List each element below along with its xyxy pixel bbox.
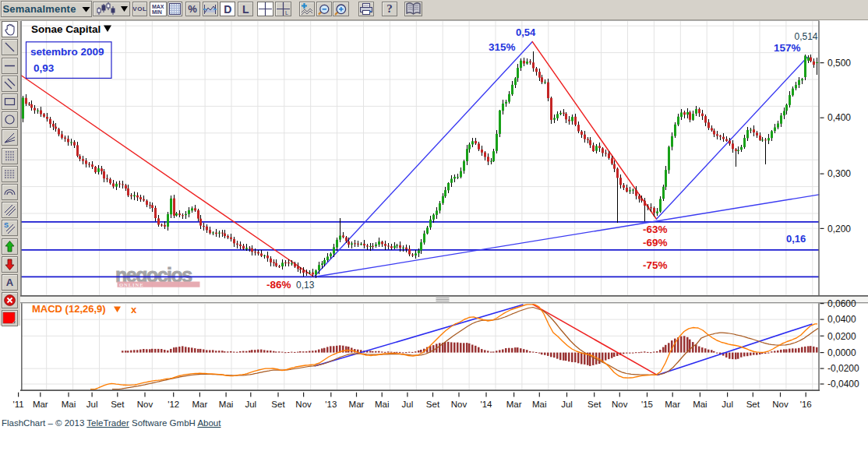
svg-text:0,500: 0,500 [827,58,851,69]
svg-text:Mai: Mai [219,400,234,409]
svg-text:Jul: Jul [402,400,414,409]
svg-text:setembro 2009: setembro 2009 [30,46,104,58]
svg-text:Nov: Nov [612,400,628,409]
svg-text:MACD (12,26,9): MACD (12,26,9) [32,303,106,315]
svg-text:'16: '16 [800,400,812,409]
svg-text:Mar: Mar [665,400,680,409]
svg-text:Mai: Mai [62,400,76,409]
svg-text:0,0200: 0,0200 [827,331,856,342]
svg-text:0,200: 0,200 [827,224,851,234]
svg-text:-63%: -63% [643,224,668,235]
svg-text:0,54: 0,54 [516,26,536,38]
svg-text:157%: 157% [774,42,801,54]
svg-text:Jul: Jul [722,400,733,409]
svg-text:S: S [4,221,9,229]
svg-text:Nov: Nov [137,400,153,409]
svg-text:Set: Set [587,400,602,409]
svg-text:Nov: Nov [451,400,468,409]
svg-text:-0,0200: -0,0200 [827,363,859,374]
svg-text:0,514: 0,514 [795,31,818,42]
svg-text:Set: Set [746,400,760,409]
svg-text:-69%: -69% [643,237,668,248]
svg-text:'12: '12 [168,400,179,409]
svg-text:Set: Set [111,400,125,409]
svg-text:ONLINE: ONLINE [119,282,144,287]
svg-text:Set: Set [271,400,285,409]
svg-text:Nov: Nov [295,400,312,409]
svg-text:Mai: Mai [532,400,547,409]
svg-text:'14: '14 [481,400,493,409]
svg-text:Mar: Mar [33,400,48,409]
svg-text:0,0000: 0,0000 [827,347,856,358]
svg-text:Set: Set [426,400,440,409]
svg-text:Sonae Capital: Sonae Capital [31,23,101,35]
svg-text:0,300: 0,300 [827,168,851,179]
svg-text:Mar: Mar [192,400,207,409]
svg-text:Mar: Mar [349,400,365,409]
svg-text:0,0400: 0,0400 [827,314,856,325]
svg-text:0,400: 0,400 [827,112,851,123]
svg-text:0,16: 0,16 [786,233,806,245]
svg-text:L: L [285,10,288,16]
svg-text:-0,0400: -0,0400 [827,379,859,389]
svg-text:0,93: 0,93 [34,62,55,74]
svg-text:Mai: Mai [693,400,707,409]
svg-text:'15: '15 [641,400,653,409]
svg-text:Mai: Mai [375,400,390,409]
svg-text:-75%: -75% [643,259,668,271]
svg-text:Mar: Mar [506,400,522,409]
svg-text:0,0600: 0,0600 [827,298,856,309]
svg-text:x: x [131,304,137,315]
svg-text:Jul: Jul [86,400,98,409]
svg-text:315%: 315% [489,41,516,53]
svg-text:-86%: -86% [266,279,291,291]
svg-text:Jul: Jul [245,400,256,409]
svg-text:'11: '11 [13,400,24,409]
svg-text:Nov: Nov [772,400,789,409]
svg-text:Jul: Jul [561,400,573,409]
svg-text:0,13: 0,13 [296,280,315,291]
svg-text:'13: '13 [325,400,337,409]
